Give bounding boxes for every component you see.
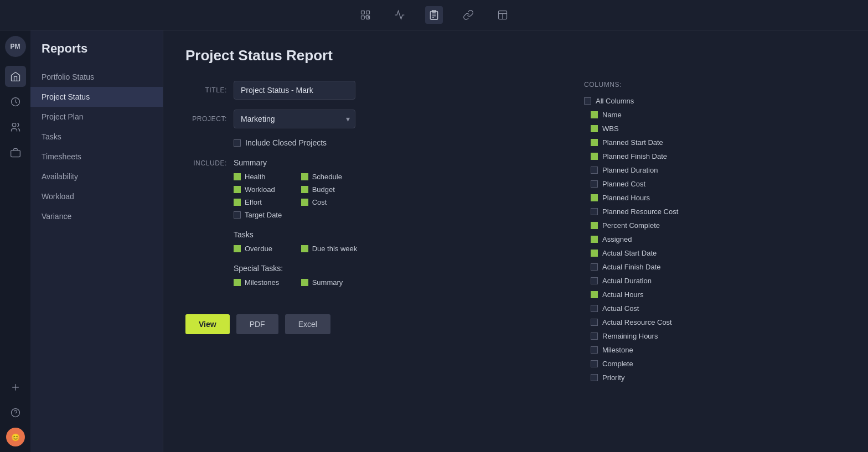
- sidebar-item-project-plan[interactable]: Project Plan: [30, 107, 163, 127]
- nav-briefcase[interactable]: [5, 142, 26, 163]
- sidebar-item-workload[interactable]: Workload: [30, 186, 163, 206]
- pdf-button[interactable]: PDF: [236, 314, 278, 334]
- col-actual-finish: Actual Finish Date: [584, 260, 735, 274]
- budget-checkbox[interactable]: [301, 186, 308, 193]
- wbs-checkbox[interactable]: [591, 125, 598, 132]
- layout-icon[interactable]: [494, 6, 512, 24]
- title-input[interactable]: [234, 81, 355, 100]
- actual-finish-checkbox[interactable]: [591, 263, 598, 271]
- overdue-checkbox[interactable]: [234, 245, 241, 252]
- nav-help[interactable]: [5, 402, 26, 423]
- planned-finish-checkbox[interactable]: [591, 153, 598, 160]
- activity-icon[interactable]: [391, 6, 409, 24]
- include-closed-checkbox[interactable]: [234, 139, 241, 147]
- summary-special-checkbox[interactable]: [301, 279, 308, 286]
- cb-due-this-week: Due this week: [301, 245, 358, 253]
- svg-rect-16: [11, 150, 20, 157]
- project-row: PROJECT: Marketing Engineering Design ▾: [185, 110, 562, 128]
- col-percent-complete: Percent Complete: [584, 219, 735, 232]
- col-planned-finish: Planned Finish Date: [584, 149, 735, 163]
- project-select[interactable]: Marketing Engineering Design: [234, 110, 355, 128]
- complete-checkbox[interactable]: [591, 360, 598, 367]
- tasks-heading: Tasks: [234, 230, 357, 239]
- col-actual-hours: Actual Hours: [584, 288, 735, 302]
- col-planned-hours: Planned Hours: [584, 191, 735, 205]
- actual-hours-checkbox[interactable]: [591, 291, 598, 298]
- title-row: TITLE:: [185, 81, 562, 100]
- cb-health: Health: [234, 173, 290, 181]
- sidebar-item-project-status[interactable]: Project Status: [30, 87, 163, 107]
- include-content: Summary Health Schedule: [234, 158, 357, 298]
- sidebar-item-portfolio-status[interactable]: Portfolio Status: [30, 67, 163, 87]
- col-complete: Complete: [584, 357, 735, 371]
- include-closed-row: Include Closed Projects: [234, 138, 562, 147]
- actual-cost-checkbox[interactable]: [591, 305, 598, 312]
- schedule-checkbox[interactable]: [301, 173, 308, 180]
- due-this-week-checkbox[interactable]: [301, 245, 308, 252]
- excel-button[interactable]: Excel: [285, 314, 330, 334]
- col-priority: Priority: [584, 371, 735, 385]
- svg-rect-0: [361, 11, 365, 14]
- include-closed-label: Include Closed Projects: [245, 138, 327, 147]
- cb-cost: Cost: [301, 198, 358, 206]
- assigned-checkbox[interactable]: [591, 236, 598, 243]
- col-planned-start: Planned Start Date: [584, 136, 735, 149]
- planned-cost-checkbox[interactable]: [591, 180, 598, 188]
- cost-checkbox[interactable]: [301, 199, 308, 206]
- special-tasks-heading: Special Tasks:: [234, 264, 357, 273]
- col-name: Name: [584, 108, 735, 122]
- include-label: INCLUDE:: [185, 159, 227, 167]
- sidebar-item-tasks[interactable]: Tasks: [30, 127, 163, 147]
- planned-start-checkbox[interactable]: [591, 139, 598, 146]
- sidebar-item-variance[interactable]: Variance: [30, 206, 163, 226]
- effort-checkbox[interactable]: [234, 199, 241, 206]
- cb-effort: Effort: [234, 198, 290, 206]
- actual-duration-checkbox[interactable]: [591, 277, 598, 284]
- project-select-wrapper: Marketing Engineering Design ▾: [234, 110, 355, 128]
- app-logo[interactable]: PM: [5, 36, 26, 57]
- sidebar-item-timesheets[interactable]: Timesheets: [30, 147, 163, 167]
- columns-list[interactable]: All Columns Name WBS Plann: [584, 94, 739, 404]
- planned-hours-checkbox[interactable]: [591, 194, 598, 201]
- main-layout: PM: [0, 30, 868, 452]
- cb-budget: Budget: [301, 185, 358, 194]
- remaining-hours-checkbox[interactable]: [591, 332, 598, 340]
- planned-resource-cost-checkbox[interactable]: [591, 208, 598, 215]
- nav-clock[interactable]: [5, 91, 26, 112]
- all-columns-checkbox[interactable]: [584, 97, 591, 105]
- svg-rect-2: [361, 16, 365, 19]
- priority-checkbox[interactable]: [591, 374, 598, 381]
- user-avatar[interactable]: 😊: [6, 428, 25, 446]
- percent-complete-checkbox[interactable]: [591, 222, 598, 229]
- cb-overdue: Overdue: [234, 245, 290, 253]
- zoom-search-icon[interactable]: [356, 6, 374, 24]
- target-date-checkbox[interactable]: [234, 211, 241, 219]
- col-planned-cost: Planned Cost: [584, 177, 735, 191]
- content-area: Project Status Report TITLE: PROJECT: Ma…: [163, 30, 868, 452]
- col-planned-duration: Planned Duration: [584, 163, 735, 177]
- name-checkbox[interactable]: [591, 111, 598, 118]
- form-left: TITLE: PROJECT: Marketing Engineering De…: [185, 81, 562, 404]
- actual-start-checkbox[interactable]: [591, 250, 598, 257]
- actual-resource-cost-checkbox[interactable]: [591, 319, 598, 326]
- cb-schedule: Schedule: [301, 173, 358, 181]
- columns-panel: COLUMNS: All Columns Name WB: [584, 81, 739, 404]
- left-nav: PM: [0, 30, 30, 452]
- svg-rect-1: [366, 11, 370, 14]
- nav-users[interactable]: [5, 117, 26, 138]
- top-toolbar: [0, 0, 868, 30]
- workload-checkbox[interactable]: [234, 186, 241, 193]
- col-milestone: Milestone: [584, 343, 735, 357]
- health-checkbox[interactable]: [234, 173, 241, 180]
- nav-home[interactable]: [5, 66, 26, 87]
- milestones-checkbox[interactable]: [234, 279, 241, 286]
- nav-add[interactable]: [5, 377, 26, 398]
- view-button[interactable]: View: [185, 314, 230, 334]
- link-icon[interactable]: [459, 6, 477, 24]
- sidebar-item-availability[interactable]: Availability: [30, 167, 163, 186]
- planned-duration-checkbox[interactable]: [591, 167, 598, 174]
- clipboard-icon[interactable]: [425, 6, 443, 24]
- project-label: PROJECT:: [185, 115, 227, 123]
- col-actual-cost: Actual Cost: [584, 302, 735, 315]
- milestone-checkbox[interactable]: [591, 346, 598, 354]
